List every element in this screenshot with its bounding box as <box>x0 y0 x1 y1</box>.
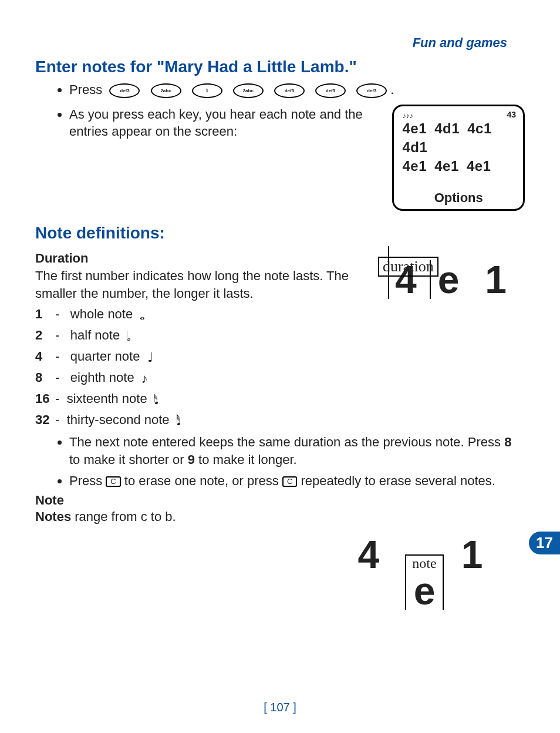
step-description: As you press each key, you hear each not… <box>69 106 380 140</box>
phone-key: 1 <box>192 83 222 98</box>
chapter-tab: 17 <box>529 532 560 554</box>
eighth-note-icon: ♪ <box>141 371 148 386</box>
section-heading-enter-notes: Enter notes for "Mary Had a Little Lamb.… <box>35 58 525 76</box>
phone-key: def3 <box>315 83 346 98</box>
phone-key: def3 <box>274 83 305 98</box>
duration-heading: Duration <box>35 251 366 266</box>
screen-line-2: 4e1 4e1 4e1 <box>402 157 515 176</box>
note-body: Notes range from c to b. <box>35 509 525 524</box>
screen-line-1: 4e1 4d1 4c1 4d1 <box>402 119 515 157</box>
duration-definition-list: 1 - whole note 𝅝 2 - half note 𝅗𝅥 4 - qu… <box>35 307 525 429</box>
phone-key: def3 <box>109 83 140 98</box>
quarter-note-icon: ♩ <box>147 350 153 365</box>
tip-duration-keys: The next note entered keeps the same dur… <box>69 433 525 468</box>
section-heading-note-definitions: Note definitions: <box>35 224 525 243</box>
step-press-keys: Press def3 2abc 1 2abc def3 def3 def3. <box>69 81 525 99</box>
phone-key: 2abc <box>151 83 181 98</box>
phone-key: 2abc <box>233 83 264 98</box>
note-heading: Note <box>35 493 525 508</box>
tip-erase-notes: Press C to erase one note, or press C re… <box>69 472 525 490</box>
diagram-digit-note: e <box>414 571 436 610</box>
phone-key: def3 <box>356 83 387 98</box>
page-number: [ 107 ] <box>0 701 560 714</box>
char-count: 43 <box>507 110 516 119</box>
softkey-options: Options <box>402 190 515 206</box>
diagram-label-duration: duration <box>378 257 438 277</box>
c-key-icon: C <box>106 476 120 487</box>
diagram-digit-octave: 1 <box>461 535 491 574</box>
diagram-digit-duration: 4 <box>358 535 388 574</box>
press-label: Press <box>69 82 102 97</box>
phone-screen-mock: ♪♪♪ 43 4e1 4d1 4c1 4d1 4e1 4e1 4e1 Optio… <box>392 105 525 211</box>
duration-body: The first number indicates how long the … <box>35 267 366 302</box>
duration-diagram: duration 4 e 1 <box>378 258 525 299</box>
diagram-digit-octave: 1 <box>485 260 515 299</box>
page-section-label: Fun and games <box>35 35 525 51</box>
c-key-icon: C <box>282 476 297 487</box>
music-icon: ♪♪♪ <box>402 112 515 119</box>
note-diagram: 4 note e 1 <box>351 524 498 610</box>
